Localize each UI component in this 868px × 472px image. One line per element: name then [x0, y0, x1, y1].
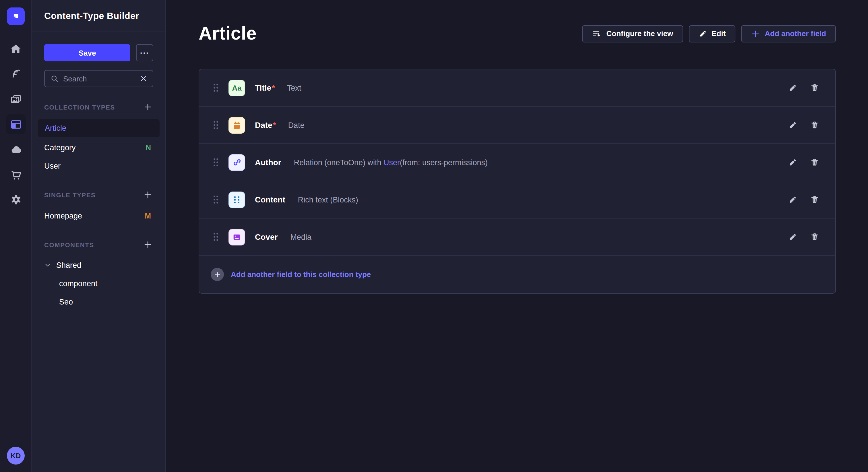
- strapi-logo-icon: [11, 11, 21, 21]
- content-manager-icon[interactable]: [6, 64, 26, 84]
- delete-field-button[interactable]: [808, 193, 822, 206]
- search-box: [44, 70, 153, 87]
- trash-icon: [810, 158, 819, 167]
- chevron-down-icon: [44, 262, 51, 268]
- home-icon[interactable]: [6, 39, 26, 59]
- field-name: Title*: [255, 83, 275, 92]
- more-options-button[interactable]: ···: [136, 44, 153, 61]
- settings-gear-icon[interactable]: [6, 189, 26, 209]
- relation-target-link: User: [383, 158, 400, 167]
- delete-field-button[interactable]: [808, 118, 822, 132]
- sidebar-item-label: Homepage: [44, 211, 82, 220]
- trash-icon: [810, 83, 819, 92]
- field-name: Date*: [255, 121, 276, 130]
- plus-icon: [751, 29, 760, 38]
- trash-icon: [810, 121, 819, 130]
- button-label: Add another field: [765, 29, 826, 38]
- drag-handle-icon[interactable]: [211, 195, 221, 204]
- nav-rail: KD: [0, 0, 32, 472]
- content-type-builder-app: KD Content-Type Builder Save ···: [0, 0, 868, 472]
- field-row-author: Author Relation (oneToOne) with User(fro…: [199, 144, 835, 181]
- marketplace-cart-icon[interactable]: [6, 165, 26, 185]
- pencil-icon: [788, 158, 797, 167]
- status-badge-modified: M: [145, 211, 151, 220]
- sidebar: Content-Type Builder Save ···: [32, 0, 166, 472]
- media-library-icon[interactable]: [6, 89, 26, 109]
- sidebar-header: Content-Type Builder: [32, 0, 165, 32]
- sidebar-item-label: Article: [45, 124, 66, 133]
- group-label: Shared: [56, 261, 81, 269]
- trash-icon: [810, 195, 819, 204]
- add-field-label: Add another field to this collection typ…: [231, 270, 371, 279]
- delete-field-button[interactable]: [808, 81, 822, 95]
- button-label: Edit: [712, 29, 725, 38]
- strapi-logo[interactable]: [7, 7, 25, 25]
- field-type: Rich text (Blocks): [298, 195, 358, 204]
- content-type-builder-icon[interactable]: [6, 114, 26, 134]
- components-header: COMPONENTS: [44, 241, 94, 248]
- single-types-header: SINGLE TYPES: [44, 191, 96, 198]
- add-component-button[interactable]: [143, 239, 153, 250]
- search-input[interactable]: [63, 74, 135, 83]
- add-another-field-button[interactable]: Add another field: [741, 25, 836, 42]
- clear-search-icon[interactable]: [140, 75, 147, 82]
- field-row-date: Date* Date: [199, 107, 835, 144]
- pencil-icon: [788, 195, 797, 204]
- drag-handle-icon[interactable]: [211, 83, 221, 92]
- date-field-icon: [228, 117, 245, 133]
- sidebar-item-label: Seo: [59, 297, 73, 306]
- delete-field-button[interactable]: [808, 156, 822, 169]
- sidebar-item-label: User: [44, 162, 61, 170]
- pencil-icon: [788, 121, 797, 130]
- fields-table: Aa Title* Text: [198, 69, 836, 294]
- save-button[interactable]: Save: [44, 44, 130, 61]
- plus-circle-icon: [211, 268, 224, 281]
- field-type: Media: [290, 233, 311, 241]
- button-label: Configure the view: [607, 29, 673, 38]
- deploy-cloud-icon[interactable]: [6, 139, 26, 160]
- edit-button[interactable]: Edit: [689, 25, 735, 42]
- page-title: Article: [198, 23, 257, 44]
- status-badge-new: N: [146, 143, 151, 152]
- drag-handle-icon[interactable]: [211, 121, 221, 130]
- field-row-content: Content Rich text (Blocks): [199, 181, 835, 218]
- component-group-shared[interactable]: Shared: [44, 256, 153, 274]
- field-type: Date: [288, 121, 305, 129]
- plus-icon: [145, 192, 151, 198]
- edit-field-button[interactable]: [786, 156, 800, 169]
- sidebar-item-homepage[interactable]: Homepage M: [44, 206, 153, 225]
- search-icon: [51, 74, 59, 82]
- plus-icon: [145, 104, 151, 110]
- sidebar-item-label: component: [59, 279, 98, 288]
- delete-field-button[interactable]: [808, 230, 822, 244]
- main-content: Article Configure the view Edit: [166, 0, 868, 472]
- sidebar-item-seo[interactable]: Seo: [44, 293, 153, 311]
- add-field-to-collection-button[interactable]: Add another field to this collection typ…: [199, 256, 835, 293]
- user-avatar[interactable]: KD: [7, 447, 25, 465]
- pencil-icon: [699, 29, 707, 38]
- configure-view-button[interactable]: Configure the view: [582, 25, 683, 42]
- edit-field-button[interactable]: [786, 193, 800, 206]
- edit-field-button[interactable]: [786, 118, 800, 132]
- trash-icon: [810, 232, 819, 241]
- field-row-cover: Cover Media: [199, 218, 835, 256]
- sidebar-item-article[interactable]: Article: [38, 119, 160, 137]
- text-field-icon: Aa: [228, 79, 245, 96]
- drag-handle-icon[interactable]: [211, 158, 221, 167]
- field-type: Relation (oneToOne) with User(from: user…: [294, 158, 488, 167]
- drag-handle-icon[interactable]: [211, 232, 221, 241]
- media-field-icon: [228, 229, 245, 245]
- sidebar-item-component[interactable]: component: [44, 274, 153, 293]
- field-name: Cover: [255, 232, 278, 241]
- sidebar-item-user[interactable]: User: [44, 157, 153, 175]
- plus-icon: [145, 242, 151, 247]
- add-collection-type-button[interactable]: [143, 102, 153, 112]
- edit-field-button[interactable]: [786, 230, 800, 244]
- edit-field-button[interactable]: [786, 81, 800, 95]
- sidebar-item-category[interactable]: Category N: [44, 138, 153, 157]
- configure-list-icon: [592, 29, 602, 38]
- add-single-type-button[interactable]: [143, 189, 153, 200]
- pencil-icon: [788, 232, 797, 241]
- app-title: Content-Type Builder: [44, 11, 139, 21]
- field-name: Content: [255, 195, 286, 204]
